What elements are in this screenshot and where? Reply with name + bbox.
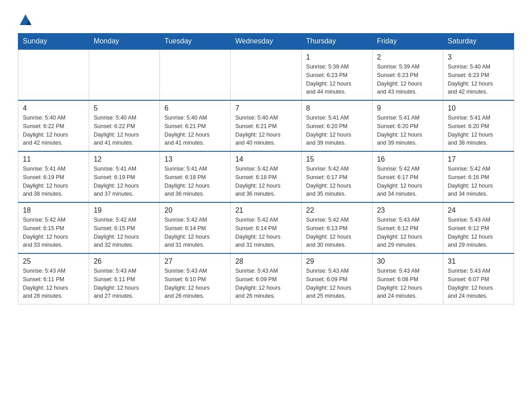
calendar-cell: 15Sunrise: 5:42 AM Sunset: 6:17 PM Dayli…: [301, 151, 372, 202]
calendar-cell: 12Sunrise: 5:41 AM Sunset: 6:19 PM Dayli…: [89, 151, 160, 202]
calendar-cell: 27Sunrise: 5:43 AM Sunset: 6:10 PM Dayli…: [160, 253, 231, 304]
calendar-cell: 17Sunrise: 5:42 AM Sunset: 6:16 PM Dayli…: [443, 151, 514, 202]
weekday-header-wednesday: Wednesday: [231, 34, 301, 50]
day-number: 26: [94, 257, 155, 265]
day-info: Sunrise: 5:41 AM Sunset: 6:19 PM Dayligh…: [94, 165, 155, 198]
calendar-cell: 28Sunrise: 5:43 AM Sunset: 6:09 PM Dayli…: [231, 253, 301, 304]
calendar-cell: 24Sunrise: 5:43 AM Sunset: 6:12 PM Dayli…: [443, 202, 514, 253]
calendar-cell: 5Sunrise: 5:40 AM Sunset: 6:22 PM Daylig…: [89, 100, 160, 151]
calendar-cell: 23Sunrise: 5:43 AM Sunset: 6:12 PM Dayli…: [372, 202, 443, 253]
week-row-3: 11Sunrise: 5:41 AM Sunset: 6:19 PM Dayli…: [18, 151, 514, 202]
day-number: 24: [448, 206, 509, 214]
day-number: 14: [235, 155, 296, 163]
day-info: Sunrise: 5:40 AM Sunset: 6:22 PM Dayligh…: [94, 114, 155, 147]
calendar-cell: 29Sunrise: 5:43 AM Sunset: 6:09 PM Dayli…: [301, 253, 372, 304]
day-number: 17: [448, 155, 509, 163]
day-info: Sunrise: 5:43 AM Sunset: 6:11 PM Dayligh…: [94, 267, 155, 300]
day-number: 10: [448, 104, 509, 112]
day-number: 4: [23, 104, 84, 112]
day-info: Sunrise: 5:42 AM Sunset: 6:16 PM Dayligh…: [448, 165, 509, 198]
calendar-cell: 1Sunrise: 5:39 AM Sunset: 6:23 PM Daylig…: [301, 49, 372, 100]
day-number: 21: [235, 206, 296, 214]
logo-icon: [19, 13, 32, 27]
day-number: 28: [235, 257, 296, 265]
weekday-header-tuesday: Tuesday: [160, 34, 231, 50]
day-number: 3: [448, 53, 509, 61]
calendar-cell: 6Sunrise: 5:40 AM Sunset: 6:21 PM Daylig…: [160, 100, 231, 151]
week-row-2: 4Sunrise: 5:40 AM Sunset: 6:22 PM Daylig…: [18, 100, 514, 151]
day-number: 12: [94, 155, 155, 163]
day-info: Sunrise: 5:40 AM Sunset: 6:21 PM Dayligh…: [164, 114, 226, 147]
day-number: 22: [306, 206, 368, 214]
day-info: Sunrise: 5:42 AM Sunset: 6:14 PM Dayligh…: [164, 216, 226, 249]
day-info: Sunrise: 5:42 AM Sunset: 6:15 PM Dayligh…: [94, 216, 155, 249]
day-info: Sunrise: 5:43 AM Sunset: 6:09 PM Dayligh…: [306, 267, 368, 300]
calendar-cell: 18Sunrise: 5:42 AM Sunset: 6:15 PM Dayli…: [18, 202, 89, 253]
weekday-header-saturday: Saturday: [443, 34, 514, 50]
day-number: 30: [377, 257, 438, 265]
day-info: Sunrise: 5:42 AM Sunset: 6:15 PM Dayligh…: [23, 216, 84, 249]
day-info: Sunrise: 5:41 AM Sunset: 6:19 PM Dayligh…: [23, 165, 84, 198]
day-info: Sunrise: 5:39 AM Sunset: 6:23 PM Dayligh…: [306, 63, 368, 96]
calendar-cell: 10Sunrise: 5:41 AM Sunset: 6:20 PM Dayli…: [443, 100, 514, 151]
day-info: Sunrise: 5:40 AM Sunset: 6:22 PM Dayligh…: [23, 114, 84, 147]
calendar-cell: 31Sunrise: 5:43 AM Sunset: 6:07 PM Dayli…: [443, 253, 514, 304]
page-header: [18, 13, 514, 24]
day-number: 16: [377, 155, 438, 163]
weekday-header-sunday: Sunday: [18, 34, 89, 50]
day-info: Sunrise: 5:43 AM Sunset: 6:08 PM Dayligh…: [377, 267, 438, 300]
day-number: 19: [94, 206, 155, 214]
day-number: 27: [164, 257, 226, 265]
day-number: 7: [235, 104, 296, 112]
day-number: 25: [23, 257, 84, 265]
day-number: 5: [94, 104, 155, 112]
day-number: 23: [377, 206, 438, 214]
day-number: 13: [164, 155, 226, 163]
calendar-cell: 2Sunrise: 5:39 AM Sunset: 6:23 PM Daylig…: [372, 49, 443, 100]
day-info: Sunrise: 5:42 AM Sunset: 6:18 PM Dayligh…: [235, 165, 296, 198]
calendar-cell: 20Sunrise: 5:42 AM Sunset: 6:14 PM Dayli…: [160, 202, 231, 253]
calendar-cell: 11Sunrise: 5:41 AM Sunset: 6:19 PM Dayli…: [18, 151, 89, 202]
calendar-cell: 16Sunrise: 5:42 AM Sunset: 6:17 PM Dayli…: [372, 151, 443, 202]
day-number: 11: [23, 155, 84, 163]
calendar-cell: 30Sunrise: 5:43 AM Sunset: 6:08 PM Dayli…: [372, 253, 443, 304]
day-info: Sunrise: 5:40 AM Sunset: 6:21 PM Dayligh…: [235, 114, 296, 147]
day-number: 1: [306, 53, 368, 61]
calendar-cell: 26Sunrise: 5:43 AM Sunset: 6:11 PM Dayli…: [89, 253, 160, 304]
day-info: Sunrise: 5:43 AM Sunset: 6:07 PM Dayligh…: [448, 267, 509, 300]
day-number: 29: [306, 257, 368, 265]
calendar-cell: [231, 49, 301, 100]
calendar-cell: [18, 49, 89, 100]
day-info: Sunrise: 5:39 AM Sunset: 6:23 PM Dayligh…: [377, 63, 438, 96]
day-info: Sunrise: 5:43 AM Sunset: 6:12 PM Dayligh…: [448, 216, 509, 249]
day-info: Sunrise: 5:43 AM Sunset: 6:11 PM Dayligh…: [23, 267, 84, 300]
day-info: Sunrise: 5:43 AM Sunset: 6:12 PM Dayligh…: [377, 216, 438, 249]
day-number: 9: [377, 104, 438, 112]
day-number: 18: [23, 206, 84, 214]
calendar-cell: [160, 49, 231, 100]
weekday-header-monday: Monday: [89, 34, 160, 50]
calendar-cell: 13Sunrise: 5:41 AM Sunset: 6:18 PM Dayli…: [160, 151, 231, 202]
day-info: Sunrise: 5:43 AM Sunset: 6:09 PM Dayligh…: [235, 267, 296, 300]
weekday-header-thursday: Thursday: [301, 34, 372, 50]
calendar-cell: [89, 49, 160, 100]
calendar-cell: 8Sunrise: 5:41 AM Sunset: 6:20 PM Daylig…: [301, 100, 372, 151]
calendar-cell: 14Sunrise: 5:42 AM Sunset: 6:18 PM Dayli…: [231, 151, 301, 202]
week-row-5: 25Sunrise: 5:43 AM Sunset: 6:11 PM Dayli…: [18, 253, 514, 304]
day-number: 15: [306, 155, 368, 163]
week-row-4: 18Sunrise: 5:42 AM Sunset: 6:15 PM Dayli…: [18, 202, 514, 253]
day-info: Sunrise: 5:41 AM Sunset: 6:18 PM Dayligh…: [164, 165, 226, 198]
day-info: Sunrise: 5:41 AM Sunset: 6:20 PM Dayligh…: [448, 114, 509, 147]
day-info: Sunrise: 5:42 AM Sunset: 6:14 PM Dayligh…: [235, 216, 296, 249]
calendar-cell: 3Sunrise: 5:40 AM Sunset: 6:23 PM Daylig…: [443, 49, 514, 100]
day-info: Sunrise: 5:41 AM Sunset: 6:20 PM Dayligh…: [377, 114, 438, 147]
calendar-cell: 21Sunrise: 5:42 AM Sunset: 6:14 PM Dayli…: [231, 202, 301, 253]
day-number: 31: [448, 257, 509, 265]
day-info: Sunrise: 5:43 AM Sunset: 6:10 PM Dayligh…: [164, 267, 226, 300]
calendar-cell: 4Sunrise: 5:40 AM Sunset: 6:22 PM Daylig…: [18, 100, 89, 151]
week-row-1: 1Sunrise: 5:39 AM Sunset: 6:23 PM Daylig…: [18, 49, 514, 100]
calendar-cell: 22Sunrise: 5:42 AM Sunset: 6:13 PM Dayli…: [301, 202, 372, 253]
weekday-header-row: SundayMondayTuesdayWednesdayThursdayFrid…: [18, 34, 514, 50]
calendar-cell: 7Sunrise: 5:40 AM Sunset: 6:21 PM Daylig…: [231, 100, 301, 151]
day-number: 6: [164, 104, 226, 112]
